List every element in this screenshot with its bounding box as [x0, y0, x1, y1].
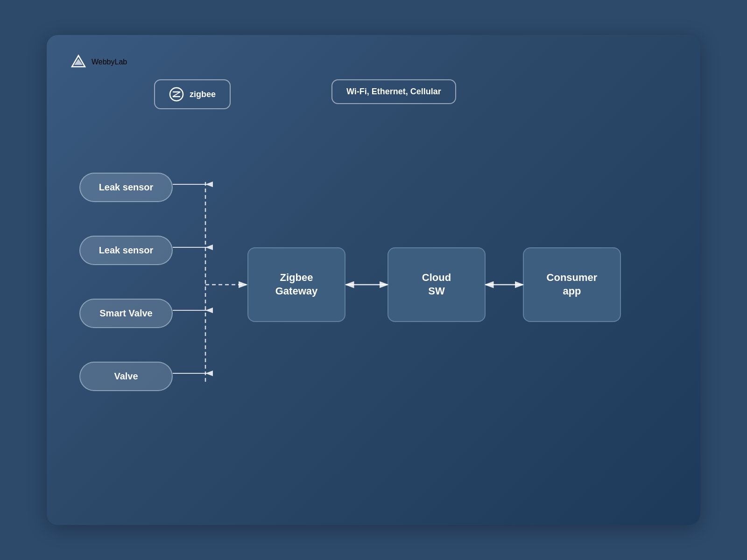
sensor-label-valve2: Valve — [114, 371, 138, 381]
box-gateway: ZigbeeGateway — [247, 247, 345, 322]
diagram-canvas: WebbyLab zigbee Wi-Fi, Ethernet, Cellula… — [47, 35, 700, 525]
sensor-label-leak2: Leak sensor — [99, 245, 154, 255]
sensor-node-valve2: Valve — [79, 362, 173, 391]
wifi-label: Wi-Fi, Ethernet, Cellular — [346, 87, 441, 97]
svg-line-4 — [173, 92, 180, 97]
wifi-badge: Wi-Fi, Ethernet, Cellular — [331, 79, 456, 104]
logo: WebbyLab — [70, 54, 127, 70]
box-consumer: Consumerapp — [523, 247, 621, 322]
zigbee-badge: zigbee — [154, 79, 231, 109]
gateway-label: ZigbeeGateway — [275, 271, 318, 298]
logo-icon — [70, 54, 87, 70]
zigbee-label: zigbee — [190, 90, 216, 99]
sensor-node-leak2: Leak sensor — [79, 236, 173, 265]
zigbee-logo-icon — [169, 87, 184, 102]
sensor-node-leak1: Leak sensor — [79, 173, 173, 202]
sensor-label-valve1: Smart Valve — [99, 308, 152, 318]
sensor-node-valve1: Smart Valve — [79, 299, 173, 328]
logo-text: WebbyLab — [92, 58, 127, 66]
box-cloud: CloudSW — [388, 247, 486, 322]
sensor-label-leak1: Leak sensor — [99, 182, 154, 192]
cloud-label: CloudSW — [422, 271, 451, 298]
consumer-label: Consumerapp — [547, 271, 598, 298]
